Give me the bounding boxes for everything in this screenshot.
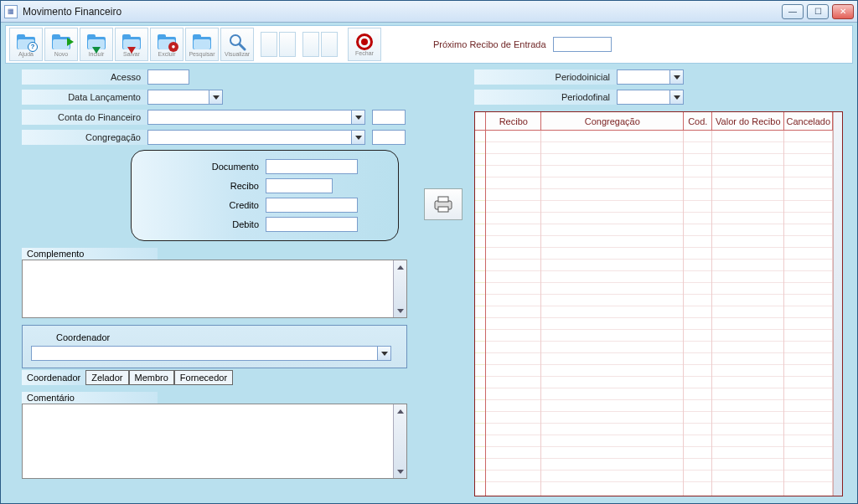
grid-cell[interactable] — [712, 189, 783, 201]
grid-cell[interactable] — [784, 213, 832, 224]
grid-cell[interactable] — [486, 435, 540, 447]
grid-cell[interactable] — [684, 177, 711, 189]
grid-cell[interactable] — [541, 201, 683, 213]
grid-cell[interactable] — [684, 365, 711, 377]
grid-cell[interactable] — [712, 377, 783, 388]
grid-cell[interactable] — [684, 459, 711, 471]
grid-cell[interactable] — [486, 283, 540, 295]
grid-cell[interactable] — [784, 236, 832, 248]
grid-cell[interactable] — [784, 224, 832, 236]
grid-cell[interactable] — [712, 318, 783, 330]
grid-cell[interactable] — [684, 388, 711, 400]
grid-cell[interactable] — [784, 459, 832, 471]
grid-cell[interactable] — [541, 330, 683, 342]
grid-cell[interactable] — [712, 295, 783, 306]
grid-cell[interactable] — [684, 166, 711, 177]
grid-cell[interactable] — [784, 295, 832, 306]
grid-cell[interactable] — [712, 400, 783, 412]
grid-cell[interactable] — [712, 447, 783, 459]
grid-cell[interactable] — [684, 201, 711, 213]
toolbar-visualizar-button[interactable]: Visualizar — [220, 28, 254, 61]
credito-input[interactable] — [266, 198, 358, 213]
grid-cell[interactable] — [541, 131, 683, 142]
grid-cell[interactable] — [712, 306, 783, 318]
grid-cell[interactable] — [712, 435, 783, 447]
scrollbar[interactable] — [393, 404, 406, 478]
grid-cell[interactable] — [684, 213, 711, 224]
toolbar-novo-button[interactable]: Novo — [44, 28, 78, 61]
grid-cell[interactable] — [486, 318, 540, 330]
grid-cell[interactable] — [784, 424, 832, 435]
grid-cell[interactable] — [684, 260, 711, 271]
coordenador-combo[interactable] — [31, 346, 391, 361]
grid-cell[interactable] — [486, 471, 540, 482]
grid-cell[interactable] — [486, 400, 540, 412]
tab-zelador[interactable]: Zelador — [85, 370, 128, 385]
grid-cell[interactable] — [684, 131, 711, 142]
grid-cell[interactable] — [784, 154, 832, 166]
grid-header-cell[interactable]: Cancelado — [784, 112, 833, 130]
grid-cell[interactable] — [784, 353, 832, 365]
toolbar-small-button[interactable] — [302, 32, 319, 57]
grid-header-cell[interactable]: Valor do Recibo — [712, 112, 784, 130]
grid-cell[interactable] — [784, 189, 832, 201]
grid-cell[interactable] — [486, 412, 540, 424]
grid-cell[interactable] — [712, 365, 783, 377]
grid-cell[interactable] — [712, 224, 783, 236]
tab-membro[interactable]: Membro — [129, 370, 174, 385]
grid-cell[interactable] — [541, 412, 683, 424]
grid-cell[interactable] — [712, 248, 783, 260]
grid-cell[interactable] — [684, 471, 711, 482]
grid-cell[interactable] — [684, 353, 711, 365]
grid-cell[interactable] — [684, 424, 711, 435]
grid-cell[interactable] — [541, 248, 683, 260]
grid-cell[interactable] — [784, 271, 832, 283]
grid-cell[interactable] — [712, 201, 783, 213]
data-lancamento-combo[interactable] — [147, 90, 223, 105]
periodo-inicial-combo[interactable] — [617, 69, 684, 85]
grid-cell[interactable] — [486, 166, 540, 177]
grid-cell[interactable] — [541, 260, 683, 271]
grid-cell[interactable] — [784, 365, 832, 377]
grid-cell[interactable] — [712, 283, 783, 295]
toolbar-salvar-button[interactable]: Salvar — [115, 28, 148, 61]
grid-cell[interactable] — [541, 295, 683, 306]
recibo-input[interactable] — [266, 178, 333, 193]
documento-input[interactable] — [266, 159, 358, 174]
grid-cell[interactable] — [784, 377, 832, 388]
grid-cell[interactable] — [712, 388, 783, 400]
grid-cell[interactable] — [541, 388, 683, 400]
grid-cell[interactable] — [684, 435, 711, 447]
grid-cell[interactable] — [712, 342, 783, 353]
grid-cell[interactable] — [486, 306, 540, 318]
grid-cell[interactable] — [684, 330, 711, 342]
grid-cell[interactable] — [712, 142, 783, 154]
grid-cell[interactable] — [541, 177, 683, 189]
grid-cell[interactable] — [784, 342, 832, 353]
conta-financeiro-combo[interactable] — [147, 110, 365, 125]
grid-cell[interactable] — [712, 353, 783, 365]
grid-cell[interactable] — [541, 459, 683, 471]
grid-cell[interactable] — [684, 236, 711, 248]
grid-cell[interactable] — [784, 283, 832, 295]
grid-cell[interactable] — [684, 412, 711, 424]
grid-cell[interactable] — [784, 447, 832, 459]
grid-cell[interactable] — [541, 283, 683, 295]
grid-cell[interactable] — [486, 236, 540, 248]
grid-cell[interactable] — [486, 248, 540, 260]
grid-cell[interactable] — [684, 295, 711, 306]
print-button[interactable] — [424, 188, 463, 220]
grid-cell[interactable] — [784, 318, 832, 330]
grid-cell[interactable] — [541, 471, 683, 482]
grid-cell[interactable] — [486, 213, 540, 224]
grid-cell[interactable] — [486, 201, 540, 213]
grid-cell[interactable] — [541, 166, 683, 177]
grid-cell[interactable] — [712, 330, 783, 342]
toolbar-excluir-button[interactable]: ● Excluir — [150, 28, 183, 61]
grid-cell[interactable] — [684, 342, 711, 353]
toolbar-fechar-button[interactable]: Fechar — [348, 28, 381, 61]
grid-cell[interactable] — [486, 189, 540, 201]
grid-cell[interactable] — [784, 412, 832, 424]
grid-cell[interactable] — [712, 412, 783, 424]
scrollbar[interactable] — [393, 260, 406, 317]
